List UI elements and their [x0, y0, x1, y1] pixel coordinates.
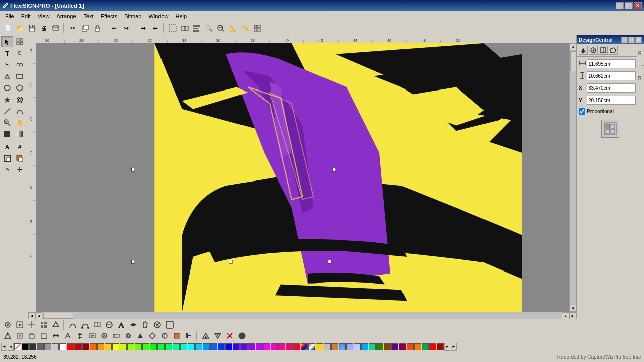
swatch-t3[interactable] [422, 343, 429, 350]
dc-tool-2[interactable] [589, 46, 598, 55]
snap14-button[interactable] [164, 319, 175, 330]
snap9-button[interactable] [104, 319, 115, 330]
swatch-red1[interactable] [67, 343, 74, 350]
save-button[interactable]: 💾 [26, 23, 37, 34]
tert-btn8[interactable] [87, 330, 98, 341]
swatch-s8[interactable] [391, 343, 398, 350]
swatch-violet2[interactable] [256, 343, 263, 350]
color-scroll-right[interactable]: ► [451, 343, 457, 351]
dc-height-input[interactable] [587, 73, 635, 79]
minimize-button[interactable]: ─ [616, 2, 624, 9]
tert-btn9[interactable] [99, 330, 110, 341]
snap-button[interactable] [2, 319, 13, 330]
print-button[interactable]: 🖨 [38, 23, 49, 34]
grid-button[interactable] [252, 23, 263, 34]
swatch-green2[interactable] [150, 343, 157, 350]
swatch-special1[interactable] [301, 343, 308, 350]
text-path-tool[interactable]: Ꞇ [14, 48, 26, 59]
tert-btn16[interactable] [183, 330, 194, 341]
dc-position-icon-1[interactable] [601, 120, 619, 138]
redo-button[interactable]: ↪ [121, 23, 132, 34]
dc-x-input-row[interactable]: ▲ ▼ [587, 83, 642, 93]
scroll-left-button[interactable]: ◄ [28, 312, 35, 319]
swatch-limegreen1[interactable] [127, 343, 134, 350]
polygon-tool[interactable] [14, 82, 26, 94]
swatch-t4[interactable] [429, 343, 436, 350]
knife-tool[interactable]: ✂ [1, 59, 13, 70]
menu-window[interactable]: Window [145, 12, 171, 20]
swatch-bronze[interactable] [331, 343, 338, 350]
color-scroll-right2[interactable]: ▸ [444, 343, 450, 351]
swatch-orange2[interactable] [97, 343, 104, 350]
swatch-silver2[interactable] [324, 343, 331, 350]
star-tool[interactable] [1, 94, 13, 105]
swatch-t5[interactable] [437, 343, 444, 350]
swatch-s1[interactable] [339, 343, 346, 350]
swatch-special2[interactable] [308, 343, 315, 350]
swatch-green4[interactable] [165, 343, 172, 350]
dc-close-button[interactable]: ✕ [635, 37, 642, 43]
snap2-button[interactable] [14, 319, 25, 330]
weld-tool[interactable] [14, 59, 26, 70]
swatch-lightgray[interactable] [44, 343, 51, 350]
dc-y-input-row[interactable]: ▲ ▼ [587, 96, 642, 105]
gradient-tool[interactable] [14, 129, 26, 140]
tert-btn15[interactable] [171, 330, 182, 341]
menu-text[interactable]: Text [80, 12, 97, 20]
swatch-cyan1[interactable] [188, 343, 195, 350]
swatch-silver[interactable] [52, 343, 59, 350]
swatch-yellow3[interactable] [120, 343, 127, 350]
menu-view[interactable]: View [35, 12, 53, 20]
forward-button[interactable]: ➡ [138, 23, 149, 34]
crosshair-tool[interactable]: ✛ [14, 164, 26, 175]
tert-forward-btn[interactable] [200, 330, 211, 341]
tert-btn4[interactable] [38, 330, 49, 341]
swatch-gold[interactable] [316, 343, 323, 350]
dc-proportional-checkbox[interactable] [579, 108, 585, 115]
swatch-s2[interactable] [346, 343, 353, 350]
dc-tool-3[interactable] [599, 46, 608, 55]
swatch-green1[interactable] [142, 343, 149, 350]
ruler-button[interactable]: 📏 [239, 23, 251, 34]
swatch-red3[interactable] [82, 343, 89, 350]
snap12-button[interactable] [140, 319, 151, 330]
group-button[interactable] [179, 23, 190, 34]
swatch-blue2[interactable] [210, 343, 217, 350]
swatch-blue1[interactable] [203, 343, 210, 350]
swatch-yellow1[interactable] [105, 343, 112, 350]
dc-restore-button[interactable]: □ [628, 37, 635, 43]
select-all-button[interactable] [167, 23, 178, 34]
tert-btn14[interactable] [159, 330, 170, 341]
tert-btn1[interactable] [2, 330, 13, 341]
tert-btn6[interactable] [62, 330, 73, 341]
select-tool[interactable] [1, 36, 13, 47]
scroll-page-left[interactable]: ◂ [35, 312, 42, 319]
swatch-t2[interactable] [414, 343, 421, 350]
snap7-button[interactable] [79, 319, 91, 330]
swatch-none[interactable] [14, 343, 21, 350]
vscroll-track[interactable] [570, 50, 576, 305]
swatch-orange1[interactable] [90, 343, 97, 350]
scroll-right-button[interactable]: ► [569, 312, 576, 319]
swatch-red2[interactable] [74, 343, 82, 350]
swatch-blue4[interactable] [225, 343, 232, 350]
fill-tool[interactable] [1, 129, 13, 140]
swatch-magenta1[interactable] [263, 343, 270, 350]
swatch-s7[interactable] [384, 343, 391, 350]
rectangle-tool[interactable] [14, 71, 26, 82]
pan-tool[interactable]: ✋ [14, 117, 26, 128]
snap3-button[interactable] [26, 319, 37, 330]
line-tool[interactable] [1, 106, 13, 117]
dc-y-input[interactable] [587, 98, 635, 103]
scroll-page-right[interactable]: ▸ [562, 312, 569, 319]
swatch-s5[interactable] [369, 343, 376, 350]
dc-x-input[interactable] [587, 85, 635, 91]
tert-btn3[interactable] [26, 330, 37, 341]
menu-edit[interactable]: Edit [18, 12, 34, 20]
tert-btn7[interactable] [74, 330, 86, 341]
tert-btn13[interactable] [147, 330, 158, 341]
dc-tool-4[interactable] [609, 46, 618, 55]
snap4-button[interactable] [38, 319, 49, 330]
swatch-teal2[interactable] [180, 343, 187, 350]
right-scrollbar[interactable]: ▲ ▼ [569, 43, 576, 312]
